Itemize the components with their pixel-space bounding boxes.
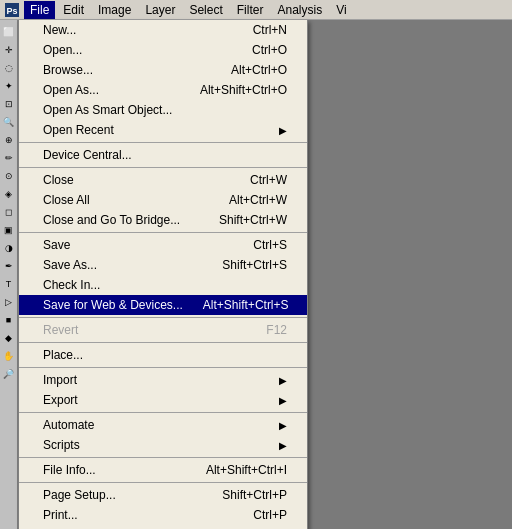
menu-item-label-print: Print... xyxy=(43,508,233,522)
menu-item-browse[interactable]: Browse...Alt+Ctrl+O xyxy=(19,60,307,80)
menu-item-save-web[interactable]: Save for Web & Devices...Alt+Shift+Ctrl+… xyxy=(19,295,307,315)
menu-item-shortcut-save-web: Alt+Shift+Ctrl+S xyxy=(203,298,289,312)
menu-file[interactable]: File xyxy=(24,1,55,19)
menu-item-label-import: Import xyxy=(43,373,275,387)
menu-item-open[interactable]: Open...Ctrl+O xyxy=(19,40,307,60)
menu-item-label-browse: Browse... xyxy=(43,63,211,77)
menu-item-shortcut-save: Ctrl+S xyxy=(253,238,287,252)
tool-text[interactable]: T xyxy=(1,276,17,292)
menu-item-export[interactable]: Export▶ xyxy=(19,390,307,410)
menu-item-shortcut-revert: F12 xyxy=(266,323,287,337)
menu-item-label-open: Open... xyxy=(43,43,232,57)
tool-magic-wand[interactable]: ✦ xyxy=(1,78,17,94)
tool-gradient[interactable]: ▣ xyxy=(1,222,17,238)
menu-image[interactable]: Image xyxy=(92,1,137,19)
menu-item-revert: RevertF12 xyxy=(19,320,307,340)
menu-item-new[interactable]: New...Ctrl+N xyxy=(19,20,307,40)
app-icon: Ps xyxy=(4,2,20,18)
submenu-arrow-automate: ▶ xyxy=(279,420,287,431)
menu-view[interactable]: Vi xyxy=(330,1,352,19)
menu-item-shortcut-close: Ctrl+W xyxy=(250,173,287,187)
menu-item-label-close-all: Close All xyxy=(43,193,209,207)
tool-path[interactable]: ▷ xyxy=(1,294,17,310)
tool-hand[interactable]: ✋ xyxy=(1,348,17,364)
menu-item-place[interactable]: Place... xyxy=(19,345,307,365)
menu-item-label-save: Save xyxy=(43,238,233,252)
menu-filter[interactable]: Filter xyxy=(231,1,270,19)
menu-item-check-in[interactable]: Check In... xyxy=(19,275,307,295)
separator-after-place xyxy=(19,367,307,368)
menu-item-label-close: Close xyxy=(43,173,230,187)
tool-move[interactable]: ✛ xyxy=(1,42,17,58)
left-toolbar: ⬜ ✛ ◌ ✦ ⊡ 🔍 ⊕ ✏ ⊙ ◈ ◻ ▣ ◑ ✒ T ▷ ■ ◆ ✋ 🔎 xyxy=(0,20,18,529)
menu-item-print-one[interactable]: Print One CopyAlt+Shift+Ctrl+P xyxy=(19,525,307,529)
tool-eyedropper[interactable]: 🔍 xyxy=(1,114,17,130)
tool-eraser[interactable]: ◻ xyxy=(1,204,17,220)
menu-item-print[interactable]: Print...Ctrl+P xyxy=(19,505,307,525)
tool-crop[interactable]: ⊡ xyxy=(1,96,17,112)
menu-item-page-setup[interactable]: Page Setup...Shift+Ctrl+P xyxy=(19,485,307,505)
tool-marquee[interactable]: ⬜ xyxy=(1,24,17,40)
menu-item-shortcut-save-as: Shift+Ctrl+S xyxy=(222,258,287,272)
menu-item-shortcut-page-setup: Shift+Ctrl+P xyxy=(222,488,287,502)
menu-item-label-export: Export xyxy=(43,393,275,407)
menu-item-label-open-as: Open As... xyxy=(43,83,180,97)
menu-item-label-scripts: Scripts xyxy=(43,438,275,452)
menu-item-label-automate: Automate xyxy=(43,418,275,432)
menu-item-open-smart[interactable]: Open As Smart Object... xyxy=(19,100,307,120)
tool-lasso[interactable]: ◌ xyxy=(1,60,17,76)
menu-item-save-as[interactable]: Save As...Shift+Ctrl+S xyxy=(19,255,307,275)
tool-clone[interactable]: ⊙ xyxy=(1,168,17,184)
menu-edit[interactable]: Edit xyxy=(57,1,90,19)
separator-after-save-web xyxy=(19,317,307,318)
menu-item-import[interactable]: Import▶ xyxy=(19,370,307,390)
menu-item-label-open-smart: Open As Smart Object... xyxy=(43,103,287,117)
menu-item-shortcut-open-as: Alt+Shift+Ctrl+O xyxy=(200,83,287,97)
tool-history[interactable]: ◈ xyxy=(1,186,17,202)
menu-item-scripts[interactable]: Scripts▶ xyxy=(19,435,307,455)
menu-item-shortcut-print: Ctrl+P xyxy=(253,508,287,522)
menu-item-label-close-bridge: Close and Go To Bridge... xyxy=(43,213,199,227)
menu-select[interactable]: Select xyxy=(183,1,228,19)
submenu-arrow-open-recent: ▶ xyxy=(279,125,287,136)
menu-item-open-recent[interactable]: Open Recent▶ xyxy=(19,120,307,140)
tool-shape[interactable]: ■ xyxy=(1,312,17,328)
submenu-arrow-scripts: ▶ xyxy=(279,440,287,451)
separator-after-open-recent xyxy=(19,142,307,143)
menu-item-close-bridge[interactable]: Close and Go To Bridge...Shift+Ctrl+W xyxy=(19,210,307,230)
tool-heal[interactable]: ⊕ xyxy=(1,132,17,148)
menu-item-shortcut-new: Ctrl+N xyxy=(253,23,287,37)
menubar: Ps File Edit Image Layer Select Filter A… xyxy=(0,0,512,20)
menu-item-open-as[interactable]: Open As...Alt+Shift+Ctrl+O xyxy=(19,80,307,100)
separator-after-export xyxy=(19,412,307,413)
menu-item-label-file-info: File Info... xyxy=(43,463,186,477)
separator-after-revert xyxy=(19,342,307,343)
menu-item-label-open-recent: Open Recent xyxy=(43,123,275,137)
menu-item-save[interactable]: SaveCtrl+S xyxy=(19,235,307,255)
menu-item-label-device-central: Device Central... xyxy=(43,148,287,162)
menu-item-label-new: New... xyxy=(43,23,233,37)
menu-layer[interactable]: Layer xyxy=(139,1,181,19)
menu-item-shortcut-browse: Alt+Ctrl+O xyxy=(231,63,287,77)
separator-after-device-central xyxy=(19,167,307,168)
menu-item-label-revert: Revert xyxy=(43,323,246,337)
menu-item-label-save-as: Save As... xyxy=(43,258,202,272)
menu-item-shortcut-close-bridge: Shift+Ctrl+W xyxy=(219,213,287,227)
menu-item-label-save-web: Save for Web & Devices... xyxy=(43,298,183,312)
tool-pen[interactable]: ✒ xyxy=(1,258,17,274)
menu-item-automate[interactable]: Automate▶ xyxy=(19,415,307,435)
separator-after-scripts xyxy=(19,457,307,458)
menu-item-shortcut-file-info: Alt+Shift+Ctrl+I xyxy=(206,463,287,477)
tool-dodge[interactable]: ◑ xyxy=(1,240,17,256)
menu-item-close[interactable]: CloseCtrl+W xyxy=(19,170,307,190)
tool-3d[interactable]: ◆ xyxy=(1,330,17,346)
menu-item-shortcut-open: Ctrl+O xyxy=(252,43,287,57)
tool-brush[interactable]: ✏ xyxy=(1,150,17,166)
menu-item-device-central[interactable]: Device Central... xyxy=(19,145,307,165)
menu-item-label-check-in: Check In... xyxy=(43,278,287,292)
menu-analysis[interactable]: Analysis xyxy=(271,1,328,19)
tool-zoom[interactable]: 🔎 xyxy=(1,366,17,382)
separator-after-file-info xyxy=(19,482,307,483)
menu-item-file-info[interactable]: File Info...Alt+Shift+Ctrl+I xyxy=(19,460,307,480)
menu-item-close-all[interactable]: Close AllAlt+Ctrl+W xyxy=(19,190,307,210)
